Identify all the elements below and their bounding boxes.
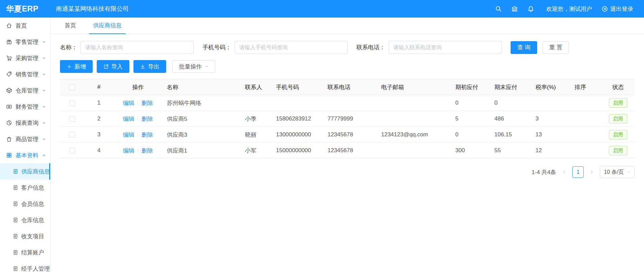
cell-tel — [324, 95, 377, 111]
name-filter-label: 名称： — [60, 44, 77, 51]
delete-link[interactable]: 删除 — [142, 147, 153, 154]
cell-opening-payable: 5 — [451, 111, 490, 127]
tab-home[interactable]: 首页 — [61, 18, 80, 34]
column-header-phone: 手机号码 — [272, 79, 324, 95]
sidebar-item-warehouse[interactable]: 仓库管理 — [0, 82, 50, 99]
edit-link[interactable]: 编辑 — [123, 147, 134, 154]
sidebar-subitem-warehouse-info[interactable]: 仓库信息 — [0, 212, 50, 228]
sidebar-subitem-handler-management[interactable]: 经手人管理 — [0, 261, 50, 272]
row-index: 4 — [85, 143, 113, 159]
doc-icon — [13, 234, 18, 239]
sidebar-item-basic-data[interactable]: 基本资料 — [0, 147, 50, 163]
row-checkbox[interactable] — [69, 148, 75, 154]
page-number-1[interactable]: 1 — [572, 166, 584, 178]
search-icon[interactable] — [495, 5, 502, 12]
export-icon — [140, 64, 145, 69]
sidebar-subitem-member-info[interactable]: 会员信息 — [0, 196, 50, 212]
sidebar-item-finance[interactable]: 财务管理 — [0, 99, 50, 115]
column-header-email: 电子邮箱 — [377, 79, 451, 95]
column-header-actions: 操作 — [113, 79, 163, 95]
sidebar-item-label: 基本资料 — [16, 152, 38, 159]
row-checkbox[interactable] — [69, 100, 75, 106]
chevron-down-icon — [42, 88, 46, 93]
sidebar-subitem-label: 会员信息 — [21, 200, 44, 208]
sidebar-item-label: 财务管理 — [16, 103, 38, 111]
sales-icon — [6, 71, 12, 77]
sidebar-item-home[interactable]: 首页 — [0, 18, 50, 34]
chevron-down-icon — [205, 64, 209, 69]
name-filter-input[interactable] — [81, 41, 194, 54]
finance-icon — [6, 104, 12, 110]
select-all-checkbox[interactable] — [69, 84, 75, 90]
batch-operation-button[interactable]: 批量操作 — [172, 60, 215, 73]
import-button-label: 导入 — [111, 63, 123, 71]
logout-button[interactable]: 退出登录 — [602, 5, 633, 13]
doc-icon — [13, 250, 18, 255]
sidebar-item-retail[interactable]: 零售管理 — [0, 34, 50, 50]
sidebar-item-sales[interactable]: 销售管理 — [0, 66, 50, 82]
chevron-down-icon — [42, 105, 46, 109]
sidebar-subitem-customer-info[interactable]: 客户信息 — [0, 180, 50, 196]
doc-icon — [13, 266, 18, 271]
cell-tel: 12345678 — [324, 143, 377, 159]
purchase-icon — [6, 55, 12, 61]
cell-closing-payable: 0 — [490, 95, 531, 111]
sidebar-subitem-supplier-info[interactable]: 供应商信息 — [0, 163, 50, 180]
sidebar-item-label: 首页 — [16, 22, 46, 30]
row-checkbox[interactable] — [69, 132, 75, 138]
doc-icon — [13, 169, 18, 174]
import-button[interactable]: 导入 — [97, 60, 129, 73]
sidebar-subitem-settlement-account[interactable]: 结算账户 — [0, 244, 50, 261]
tel-filter-input[interactable] — [389, 41, 502, 54]
chevron-down-icon — [42, 72, 46, 77]
cell-contact: 小军 — [241, 143, 272, 159]
tel-filter-label: 联系电话： — [357, 44, 385, 51]
export-button[interactable]: 导出 — [133, 60, 166, 73]
sidebar-subitem-income-expense[interactable]: 收支项目 — [0, 228, 50, 244]
table-row: 4 编辑删除 供应商1 小军 15000000000 12345678 300 … — [60, 143, 635, 159]
reset-button[interactable]: 重 置 — [543, 41, 569, 54]
edit-link[interactable]: 编辑 — [123, 132, 134, 138]
sidebar-item-goods[interactable]: 商品管理 — [0, 131, 50, 147]
cell-sort — [571, 95, 602, 111]
bell-icon[interactable] — [527, 5, 534, 12]
sidebar-item-report[interactable]: 报表查询 — [0, 115, 50, 131]
delete-link[interactable]: 删除 — [142, 116, 153, 122]
cell-tax-rate: 13 — [531, 127, 571, 143]
cell-email — [377, 143, 451, 159]
sidebar-item-label: 采购管理 — [16, 54, 38, 62]
app-root: 华夏ERP 南通某某网络科技有限公司 欢迎您，测试用户 退出登录 首页 零售管理… — [0, 0, 644, 272]
cell-email: 1234123@qq.com — [377, 127, 451, 143]
row-index: 1 — [85, 95, 113, 111]
sidebar-item-label: 商品管理 — [16, 135, 38, 143]
cell-name: 供应商1 — [163, 143, 241, 159]
column-header-sort: 排序 — [571, 79, 602, 95]
retail-icon — [6, 39, 12, 45]
basic-data-icon — [6, 152, 12, 158]
row-checkbox[interactable] — [69, 116, 75, 122]
search-button[interactable]: 查 询 — [511, 41, 537, 54]
cell-name: 供应商3 — [163, 127, 241, 143]
edit-link[interactable]: 编辑 — [123, 116, 134, 122]
cell-email — [377, 111, 451, 127]
cell-contact: 晓丽 — [241, 127, 272, 143]
column-header-contact: 联系人 — [241, 79, 272, 95]
next-page-button[interactable] — [588, 166, 596, 178]
edit-link[interactable]: 编辑 — [123, 100, 134, 106]
tab-supplier-info[interactable]: 供应商信息 — [89, 18, 126, 34]
row-index: 3 — [85, 127, 113, 143]
pagination-total: 1-4 共4条 — [532, 168, 556, 176]
cell-tax-rate — [531, 95, 571, 111]
phone-filter-input[interactable] — [235, 41, 348, 54]
sidebar-subitem-label: 结算账户 — [21, 249, 44, 256]
delete-link[interactable]: 删除 — [142, 100, 153, 106]
bank-icon[interactable] — [511, 5, 518, 12]
prev-page-button[interactable] — [560, 166, 568, 178]
delete-link[interactable]: 删除 — [142, 132, 153, 138]
sidebar-subitem-label: 收支项目 — [21, 233, 44, 240]
status-badge: 启用 — [609, 114, 627, 124]
add-button[interactable]: 新增 — [60, 60, 93, 73]
page-size-select[interactable]: 10 条/页 — [600, 166, 635, 178]
row-index: 2 — [85, 111, 113, 127]
sidebar-item-purchase[interactable]: 采购管理 — [0, 50, 50, 66]
